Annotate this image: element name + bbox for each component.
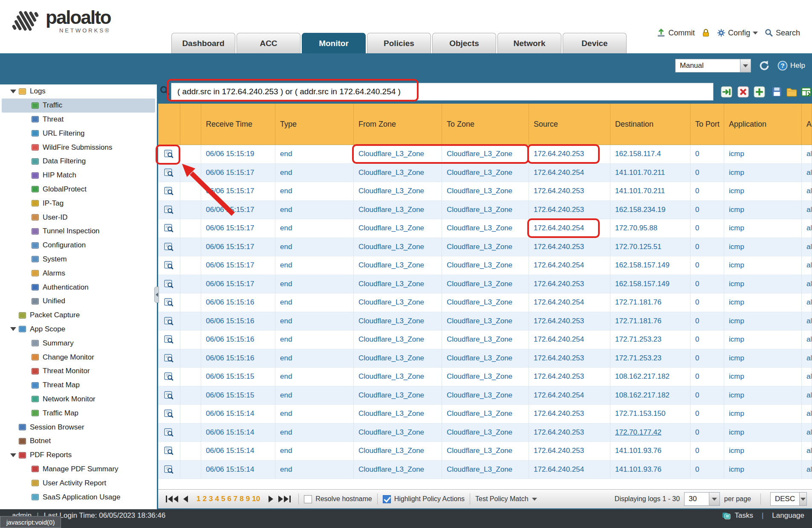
next-page-button[interactable] bbox=[266, 496, 276, 502]
filter-search-icon[interactable] bbox=[159, 85, 170, 97]
log-row[interactable]: 06/06 15:15:19endCloudflare_L3_ZoneCloud… bbox=[158, 145, 812, 164]
log-detail-icon[interactable] bbox=[158, 461, 180, 479]
sidebar-item-tunnel-inspection[interactable]: Tunnel Inspection bbox=[2, 224, 155, 238]
log-detail-icon[interactable] bbox=[158, 145, 180, 164]
test-policy-match-button[interactable]: Test Policy Match bbox=[475, 495, 537, 503]
column-header-from-zone[interactable]: From Zone bbox=[354, 104, 442, 145]
page-number-3[interactable]: 3 bbox=[209, 495, 213, 503]
config-menu[interactable]: Config bbox=[717, 29, 758, 38]
log-row[interactable]: 06/06 15:15:14endCloudflare_L3_ZoneCloud… bbox=[158, 461, 812, 479]
log-row[interactable]: 06/06 15:15:15endCloudflare_L3_ZoneCloud… bbox=[158, 368, 812, 386]
tab-dashboard[interactable]: Dashboard bbox=[171, 33, 235, 53]
page-number-1[interactable]: 1 bbox=[196, 495, 200, 503]
per-page-dropdown-button[interactable] bbox=[709, 493, 720, 505]
tab-device[interactable]: Device bbox=[563, 33, 627, 53]
sidebar-item-threat[interactable]: Threat bbox=[2, 113, 155, 127]
help-button[interactable]: ? Help bbox=[777, 61, 805, 71]
column-header-to-zone[interactable]: To Zone bbox=[442, 104, 529, 145]
sidebar-item-network-monitor[interactable]: Network Monitor bbox=[2, 392, 155, 406]
tab-acc[interactable]: ACC bbox=[237, 33, 301, 53]
tab-network[interactable]: Network bbox=[497, 33, 561, 53]
sidebar-item-ip-tag[interactable]: IP-Tag bbox=[2, 196, 155, 210]
log-detail-icon[interactable] bbox=[158, 293, 180, 312]
column-header-to-port[interactable]: To Port bbox=[691, 104, 724, 145]
clear-filter-button[interactable] bbox=[737, 85, 749, 98]
page-number-8[interactable]: 8 bbox=[240, 495, 243, 503]
page-number-5[interactable]: 5 bbox=[221, 495, 225, 503]
log-detail-icon[interactable] bbox=[158, 368, 180, 386]
log-detail-icon[interactable] bbox=[158, 312, 180, 331]
log-detail-icon[interactable] bbox=[158, 219, 180, 238]
tab-objects[interactable]: Objects bbox=[432, 33, 496, 53]
log-row[interactable]: 06/06 15:15:17endCloudflare_L3_ZoneCloud… bbox=[158, 238, 812, 257]
sidebar-item-threat-map[interactable]: Threat Map bbox=[2, 378, 155, 392]
log-detail-icon[interactable] bbox=[158, 275, 180, 294]
sidebar-item-unified[interactable]: Unified bbox=[2, 294, 155, 308]
sidebar-item-traffic[interactable]: Traffic bbox=[2, 99, 155, 113]
column-header-destination[interactable]: Destination bbox=[610, 104, 691, 145]
log-row[interactable]: 06/06 15:15:16endCloudflare_L3_ZoneCloud… bbox=[158, 293, 812, 312]
log-row[interactable]: 06/06 15:15:17endCloudflare_L3_ZoneCloud… bbox=[158, 219, 812, 238]
sidebar-item-session-browser[interactable]: Session Browser bbox=[2, 420, 155, 434]
save-filter-button[interactable] bbox=[770, 85, 783, 98]
sidebar-item-configuration[interactable]: Configuration bbox=[2, 238, 155, 252]
last-page-button[interactable] bbox=[276, 496, 293, 502]
sidebar-item-logs[interactable]: Logs bbox=[2, 84, 155, 99]
per-page-select[interactable]: 30 bbox=[684, 492, 720, 506]
sort-order-select[interactable]: DESC bbox=[770, 492, 807, 506]
tab-policies[interactable]: Policies bbox=[367, 33, 431, 53]
cell-destination[interactable]: 172.70.177.42 bbox=[610, 424, 691, 442]
commit-button[interactable]: Commit bbox=[656, 28, 695, 38]
log-row[interactable]: 06/06 15:15:14endCloudflare_L3_ZoneCloud… bbox=[158, 424, 812, 442]
log-row[interactable]: 06/06 15:15:17endCloudflare_L3_ZoneCloud… bbox=[158, 182, 812, 201]
sidebar-item-url-filtering[interactable]: URL Filtering bbox=[2, 126, 155, 140]
sidebar-item-manage-pdf-summary[interactable]: Manage PDF Summary bbox=[2, 462, 155, 476]
page-number-7[interactable]: 7 bbox=[234, 495, 237, 503]
first-page-button[interactable] bbox=[163, 496, 181, 502]
page-number-4[interactable]: 4 bbox=[215, 495, 219, 503]
sort-order-dropdown-button[interactable] bbox=[799, 493, 806, 505]
lock-icon[interactable] bbox=[702, 28, 710, 38]
add-filter-button[interactable] bbox=[753, 85, 766, 98]
refresh-mode-select[interactable]: Manual bbox=[675, 59, 751, 73]
log-row[interactable]: 06/06 15:15:15endCloudflare_L3_ZoneCloud… bbox=[158, 386, 812, 405]
log-row[interactable]: 06/06 15:15:16endCloudflare_L3_ZoneCloud… bbox=[158, 312, 812, 331]
page-number-10[interactable]: 10 bbox=[252, 495, 260, 503]
tab-monitor[interactable]: Monitor bbox=[302, 33, 366, 53]
prev-page-button[interactable] bbox=[181, 496, 191, 502]
page-number-2[interactable]: 2 bbox=[202, 495, 206, 503]
log-detail-icon[interactable] bbox=[158, 331, 180, 349]
column-header-receive-time[interactable]: Receive Time bbox=[201, 104, 275, 145]
highlight-policy-checkbox[interactable] bbox=[383, 495, 391, 503]
apply-filter-button[interactable] bbox=[720, 85, 733, 98]
sidebar-item-globalprotect[interactable]: GlobalProtect bbox=[2, 183, 155, 197]
log-detail-icon[interactable] bbox=[158, 201, 180, 220]
log-row[interactable]: 06/06 15:15:17endCloudflare_L3_ZoneCloud… bbox=[158, 275, 812, 294]
search-button[interactable]: Search bbox=[765, 29, 800, 38]
language-button[interactable]: Language bbox=[772, 511, 804, 520]
refresh-icon[interactable] bbox=[758, 59, 771, 72]
sidebar-item-system[interactable]: System bbox=[2, 252, 155, 267]
page-number-6[interactable]: 6 bbox=[227, 495, 231, 503]
column-header-application[interactable]: Application bbox=[724, 104, 802, 145]
log-detail-icon[interactable] bbox=[158, 238, 180, 257]
sidebar-item-hip-match[interactable]: HIP Match bbox=[2, 168, 155, 183]
refresh-mode-dropdown-button[interactable] bbox=[740, 59, 751, 72]
log-detail-icon[interactable] bbox=[158, 424, 180, 442]
sidebar-item-saas-application-usage[interactable]: SaaS Application Usage bbox=[2, 490, 155, 504]
tasks-button[interactable]: Tasks bbox=[734, 511, 753, 520]
export-button[interactable] bbox=[800, 85, 812, 98]
tree-expander-icon[interactable] bbox=[10, 327, 16, 331]
sidebar-item-botnet[interactable]: Botnet bbox=[2, 434, 155, 448]
log-detail-icon[interactable] bbox=[158, 164, 180, 183]
column-header-action[interactable]: A bbox=[802, 104, 812, 145]
log-row[interactable]: 06/06 15:15:14endCloudflare_L3_ZoneCloud… bbox=[158, 442, 812, 461]
log-row[interactable]: 06/06 15:15:17endCloudflare_L3_ZoneCloud… bbox=[158, 164, 812, 183]
sidebar-item-app-scope[interactable]: App Scope bbox=[2, 322, 155, 337]
log-row[interactable]: 06/06 15:15:17endCloudflare_L3_ZoneCloud… bbox=[158, 256, 812, 275]
sidebar-item-user-id[interactable]: User-ID bbox=[2, 210, 155, 224]
log-row[interactable]: 06/06 15:15:14endCloudflare_L3_ZoneCloud… bbox=[158, 405, 812, 424]
sidebar-item-summary[interactable]: Summary bbox=[2, 336, 155, 350]
sidebar-item-authentication[interactable]: Authentication bbox=[2, 280, 155, 294]
page-number-9[interactable]: 9 bbox=[246, 495, 250, 503]
